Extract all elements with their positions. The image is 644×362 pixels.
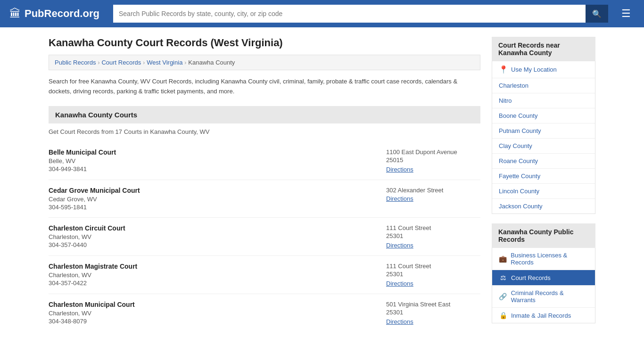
nearby-link[interactable]: Boone County: [499, 112, 537, 119]
court-entry: Charleston Circuit Court Charleston, WV …: [49, 218, 480, 256]
court-address: 111 Court Street: [386, 224, 480, 231]
pub-record-link[interactable]: Business Licenses & Records: [511, 252, 588, 266]
nearby-item[interactable]: Jackson County: [492, 199, 595, 214]
directions-link[interactable]: Directions: [386, 318, 413, 325]
court-address: 111 Court Street: [386, 263, 480, 270]
court-city: Belle, WV: [49, 157, 116, 165]
pub-record-icon: 💼: [499, 255, 507, 263]
site-header: 🏛 PubRecord.org 🔍 ☰: [0, 0, 644, 27]
courts-section-header: Kanawha County Courts: [49, 106, 480, 123]
breadcrumb-kanawha: Kanawha County: [188, 59, 235, 66]
nearby-item[interactable]: Boone County: [492, 108, 595, 123]
directions-link[interactable]: Directions: [386, 280, 413, 287]
site-logo[interactable]: 🏛 PubRecord.org: [9, 7, 104, 20]
use-location-link[interactable]: Use My Location: [511, 66, 557, 73]
nearby-item[interactable]: Fayette County: [492, 169, 595, 184]
menu-button[interactable]: ☰: [618, 7, 635, 21]
breadcrumb-west-virginia[interactable]: West Virginia: [147, 59, 182, 66]
nearby-link[interactable]: Clay County: [499, 142, 532, 149]
nearby-link[interactable]: Fayette County: [499, 173, 540, 180]
section-header-text: Kanawha County Courts: [55, 111, 137, 119]
nearby-item[interactable]: Roane County: [492, 154, 595, 169]
pub-record-icon: 🔗: [499, 293, 507, 300]
pub-records-item[interactable]: ⚖Court Records: [492, 270, 595, 286]
search-icon: 🔍: [592, 9, 602, 18]
court-entry: Charleston Magistrate Court Charleston, …: [49, 256, 480, 294]
court-entry: Charleston Municipal Court Charleston, W…: [49, 294, 480, 332]
content-area: Kanawha County Court Records (West Virgi…: [49, 37, 480, 333]
court-left: Cedar Grove Municipal Court Cedar Grove,…: [49, 187, 140, 211]
pub-record-icon: 🔒: [499, 312, 507, 319]
court-right: 111 Court Street 25301 Directions: [386, 263, 480, 287]
court-zip: 25301: [386, 271, 480, 278]
nearby-link[interactable]: Lincoln County: [499, 188, 539, 195]
breadcrumb: Public Records › Court Records › West Vi…: [49, 55, 480, 70]
court-zip: 25301: [386, 232, 480, 239]
directions-link[interactable]: Directions: [386, 242, 413, 249]
nearby-item[interactable]: Putnam County: [492, 123, 595, 139]
court-city: Cedar Grove, WV: [49, 196, 140, 203]
nearby-link[interactable]: Roane County: [499, 157, 538, 165]
nearby-link[interactable]: Charleston: [499, 82, 528, 89]
search-area: 🔍: [113, 5, 608, 23]
court-zip: 25015: [386, 156, 480, 164]
court-right: 111 Court Street 25301 Directions: [386, 224, 480, 249]
sidebar: Court Records near Kanawha County 📍Use M…: [492, 37, 595, 333]
breadcrumb-court-records[interactable]: Court Records: [101, 59, 141, 66]
court-address: 1100 East Dupont Avenue: [386, 148, 480, 156]
nearby-item[interactable]: Clay County: [492, 139, 595, 154]
nearby-item[interactable]: 📍Use My Location: [492, 61, 595, 78]
nearby-header: Court Records near Kanawha County: [492, 37, 595, 61]
court-name: Charleston Municipal Court: [49, 301, 135, 308]
pub-record-icon: ⚖: [499, 274, 507, 281]
nearby-item[interactable]: Nitro: [492, 93, 595, 108]
court-left: Charleston Magistrate Court Charleston, …: [49, 263, 137, 287]
court-right: 501 Virginia Street East 25301 Direction…: [386, 301, 480, 325]
court-phone: 304-357-0440: [49, 241, 125, 248]
pub-records-item[interactable]: 💼Business Licenses & Records: [492, 248, 595, 270]
directions-link[interactable]: Directions: [386, 195, 413, 202]
court-phone: 304-357-0422: [49, 280, 137, 287]
court-address: 302 Alexander Street: [386, 187, 480, 194]
court-address: 501 Virginia Street East: [386, 301, 480, 308]
directions-link[interactable]: Directions: [386, 166, 413, 173]
breadcrumb-public-records[interactable]: Public Records: [55, 59, 96, 66]
search-input[interactable]: [113, 5, 586, 23]
building-icon: 🏛: [9, 7, 21, 20]
court-entry: Belle Municipal Court Belle, WV 304-949-…: [49, 142, 480, 180]
section-subtext: Get Court Records from 17 Courts in Kana…: [49, 128, 480, 142]
breadcrumb-sep-1: ›: [98, 59, 99, 66]
court-zip: 25301: [386, 309, 480, 316]
page-description: Search for free Kanawha County, WV Court…: [49, 77, 480, 97]
search-button[interactable]: 🔍: [586, 5, 608, 23]
court-name: Cedar Grove Municipal Court: [49, 187, 140, 194]
logo-text: PubRecord.org: [25, 8, 99, 20]
public-records-header: Kanawha County Public Records: [492, 223, 595, 248]
court-city: Charleston, WV: [49, 272, 137, 279]
nearby-link[interactable]: Jackson County: [499, 203, 543, 210]
pub-record-link[interactable]: Inmate & Jail Records: [511, 312, 571, 319]
nearby-link[interactable]: Nitro: [499, 97, 512, 104]
breadcrumb-sep-3: ›: [184, 59, 186, 66]
nearby-list: 📍Use My LocationCharlestonNitroBoone Cou…: [492, 61, 595, 214]
court-left: Charleston Municipal Court Charleston, W…: [49, 301, 135, 325]
nearby-link[interactable]: Putnam County: [499, 127, 541, 134]
public-records-list: 💼Business Licenses & Records⚖Court Recor…: [492, 248, 595, 323]
location-icon: 📍: [499, 65, 508, 74]
nearby-item[interactable]: Charleston: [492, 78, 595, 93]
main-container: Kanawha County Court Records (West Virgi…: [39, 27, 605, 342]
court-name: Belle Municipal Court: [49, 148, 116, 156]
court-phone: 304-595-1841: [49, 204, 140, 211]
pub-records-item[interactable]: 🔒Inmate & Jail Records: [492, 308, 595, 323]
court-left: Belle Municipal Court Belle, WV 304-949-…: [49, 148, 116, 173]
court-phone: 304-348-8079: [49, 318, 135, 325]
pub-record-link[interactable]: Criminal Records & Warrants: [511, 289, 588, 304]
court-right: 1100 East Dupont Avenue 25015 Directions: [386, 148, 480, 173]
court-entry: Cedar Grove Municipal Court Cedar Grove,…: [49, 180, 480, 218]
pub-records-item[interactable]: 🔗Criminal Records & Warrants: [492, 286, 595, 308]
nearby-item[interactable]: Lincoln County: [492, 184, 595, 199]
pub-record-link[interactable]: Court Records: [511, 274, 551, 281]
court-name: Charleston Circuit Court: [49, 224, 125, 232]
hamburger-icon: ☰: [621, 8, 631, 19]
court-right: 302 Alexander Street Directions: [386, 187, 480, 211]
